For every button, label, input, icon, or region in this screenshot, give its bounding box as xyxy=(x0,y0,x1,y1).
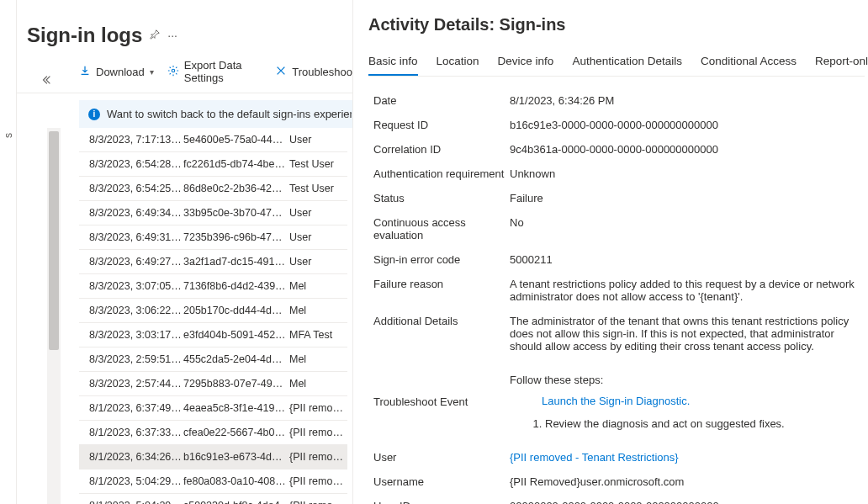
row-request-id: 7295b883-07e7-495… xyxy=(183,378,289,390)
collapse-chevron-icon[interactable] xyxy=(40,74,52,88)
troubleshoot-label: Troubleshoo xyxy=(292,66,352,78)
uname-value: {PII Removed}user.onmicrosoft.com xyxy=(510,475,865,488)
ts-step-1: Review the diagnosis and act on suggeste… xyxy=(545,417,865,430)
row-user: {PII removed - xyxy=(289,451,347,463)
table-row[interactable]: 8/3/2023, 3:06:22 PM205b170c-dd44-4de…Me… xyxy=(79,299,347,323)
leftnav-label: s xyxy=(3,133,14,138)
table-row[interactable]: 8/3/2023, 3:03:17 PMe3fd404b-5091-452…MF… xyxy=(79,323,347,347)
ts-label: Troubleshoot Event xyxy=(368,395,510,408)
row-request-id: 205b170c-dd44-4de… xyxy=(183,305,289,316)
download-label: Download xyxy=(96,66,145,78)
row-date: 8/1/2023, 6:37:33 PM xyxy=(79,427,183,438)
table-row[interactable]: 8/1/2023, 6:34:26 PMb16c91e3-e673-4d3…{P… xyxy=(79,445,347,470)
troubleshoot-button[interactable]: Troubleshoo xyxy=(275,59,352,84)
row-date: 8/3/2023, 6:54:25 PM xyxy=(79,183,183,194)
row-date: 8/3/2023, 3:06:22 PM xyxy=(79,305,183,316)
reqid-value: b16c91e3-0000-0000-0000-000000000000 xyxy=(510,119,865,131)
fail-label: Failure reason xyxy=(368,278,510,290)
table-row[interactable]: 8/3/2023, 3:07:05 PM7136f8b6-d4d2-439…Me… xyxy=(79,274,347,299)
date-label: Date xyxy=(368,94,510,107)
row-user: Mel xyxy=(289,280,347,292)
download-button[interactable]: Download ▾ xyxy=(79,59,154,84)
row-request-id: 455c2da5-2e04-4d4… xyxy=(183,353,289,365)
table-row[interactable]: 8/3/2023, 6:49:31 PM7235b396-c96b-47d…Us… xyxy=(79,225,347,250)
row-request-id: b16c91e3-e673-4d3… xyxy=(183,451,289,463)
table-row[interactable]: 8/3/2023, 2:59:51 PM455c2da5-2e04-4d4…Me… xyxy=(79,347,347,372)
row-request-id: c599230d-bf8c-4de4 xyxy=(183,500,289,504)
table-row[interactable]: 8/3/2023, 6:49:34 PM33b95c0e-3b70-47bf…U… xyxy=(79,201,347,225)
row-request-id: fe80a083-0a10-408c… xyxy=(183,475,289,487)
row-user: {PII removed - xyxy=(289,402,347,414)
info-icon: i xyxy=(88,109,100,120)
pin-icon[interactable] xyxy=(149,29,161,43)
detail-tabs: Basic infoLocationDevice infoAuthenticat… xyxy=(368,50,865,77)
row-date: 8/3/2023, 6:54:28 PM xyxy=(79,158,183,170)
auth-value: Unknown xyxy=(510,167,865,180)
auth-label: Authentication requirement xyxy=(368,167,510,180)
row-request-id: 4eaea5c8-3f1e-419e… xyxy=(183,402,289,414)
add-label: Additional Details xyxy=(368,315,510,327)
err-value: 5000211 xyxy=(510,253,865,266)
export-label: Export Data Settings xyxy=(184,59,262,84)
launch-diagnostic-link[interactable]: Launch the Sign-in Diagnostic. xyxy=(542,395,865,407)
row-request-id: cfea0e22-5667-4b01… xyxy=(183,427,289,438)
banner-text: Want to switch back to the default sign-… xyxy=(107,108,352,120)
uname-label: Username xyxy=(368,475,510,488)
row-request-id: e3fd404b-5091-452… xyxy=(183,329,289,341)
row-request-id: 3a2f1ad7-dc15-491b… xyxy=(183,256,289,268)
table-row[interactable]: 8/3/2023, 6:49:27 PM3a2f1ad7-dc15-491b…U… xyxy=(79,250,347,274)
row-user: Mel xyxy=(289,353,347,365)
uid-label: User ID xyxy=(368,500,510,504)
tab-device-info[interactable]: Device info xyxy=(498,50,554,76)
ts-steps-head: Follow these steps: xyxy=(510,374,865,386)
table-row[interactable]: 8/3/2023, 6:54:25 PM86d8e0c2-2b36-423…Te… xyxy=(79,177,347,201)
switch-experience-banner[interactable]: i Want to switch back to the default sig… xyxy=(79,100,352,128)
table-row[interactable]: 8/1/2023, 5:04:29 PMfe80a083-0a10-408c…{… xyxy=(79,470,347,494)
row-user: User xyxy=(289,256,347,268)
row-request-id: 7136f8b6-d4d2-439… xyxy=(183,280,289,292)
table-row[interactable]: 8/3/2023, 7:17:13 PM5e4600e5-75a0-44e…Us… xyxy=(79,128,347,152)
row-user: Mel xyxy=(289,378,347,390)
row-user: Test User xyxy=(289,158,347,170)
row-request-id: 33b95c0e-3b70-47bf… xyxy=(183,207,289,219)
table-row[interactable]: 8/3/2023, 2:57:44 PM7295b883-07e7-495…Me… xyxy=(79,372,347,396)
scrollbar-thumb[interactable] xyxy=(49,131,59,350)
table-row[interactable]: 8/1/2023, 6:37:33 PMcfea0e22-5667-4b01…{… xyxy=(79,421,347,445)
user-value-link[interactable]: {PII removed - Tenant Restrictions} xyxy=(510,451,865,464)
row-date: 8/1/2023, 6:37:49 PM xyxy=(79,402,183,414)
toolbar: Download ▾ Export Data Settings Troubles… xyxy=(17,54,352,93)
scrollbar-track[interactable] xyxy=(47,128,61,504)
row-date: 8/1/2023, 6:34:26 PM xyxy=(79,451,183,463)
export-settings-button[interactable]: Export Data Settings xyxy=(167,59,262,84)
row-user: MFA Test xyxy=(289,329,347,341)
page-title: Sign-in logs xyxy=(27,24,142,47)
row-user: User xyxy=(289,231,347,243)
chevron-down-icon: ▾ xyxy=(150,67,154,77)
row-user: Test User xyxy=(289,183,347,194)
cae-value: No xyxy=(510,216,865,229)
row-date: 8/3/2023, 2:57:44 PM xyxy=(79,378,183,390)
table-row[interactable]: 8/1/2023, 5:04:29 PMc599230d-bf8c-4de4{P… xyxy=(79,494,347,504)
status-label: Status xyxy=(368,192,510,204)
detail-title: Activity Details: Sign-ins xyxy=(368,15,865,34)
row-date: 8/3/2023, 3:03:17 PM xyxy=(79,329,183,341)
download-icon xyxy=(79,65,91,79)
row-request-id: fc2261d5-db74-4be… xyxy=(183,158,289,170)
tab-location[interactable]: Location xyxy=(437,50,479,76)
row-date: 8/3/2023, 2:59:51 PM xyxy=(79,353,183,365)
svg-point-0 xyxy=(172,69,175,72)
tab-authentication-details[interactable]: Authentication Details xyxy=(572,50,682,76)
uid-value: 00000000-0000-0000-0000-000000000000 xyxy=(510,500,865,504)
more-icon[interactable]: ··· xyxy=(167,29,177,42)
row-date: 8/3/2023, 7:17:13 PM xyxy=(79,134,183,146)
cae-label: Continuous access evaluation xyxy=(368,216,510,241)
tab-report-only[interactable]: Report-only xyxy=(815,50,868,76)
date-value: 8/1/2023, 6:34:26 PM xyxy=(510,94,865,107)
row-request-id: 7235b396-c96b-47d… xyxy=(183,231,289,243)
table-row[interactable]: 8/1/2023, 6:37:49 PM4eaea5c8-3f1e-419e…{… xyxy=(79,396,347,421)
table-row[interactable]: 8/3/2023, 6:54:28 PMfc2261d5-db74-4be…Te… xyxy=(79,152,347,177)
reqid-label: Request ID xyxy=(368,119,510,131)
fields: Date 8/1/2023, 6:34:26 PM Request ID b16… xyxy=(368,88,865,504)
tab-basic-info[interactable]: Basic info xyxy=(368,50,418,76)
tab-conditional-access[interactable]: Conditional Access xyxy=(701,50,797,76)
